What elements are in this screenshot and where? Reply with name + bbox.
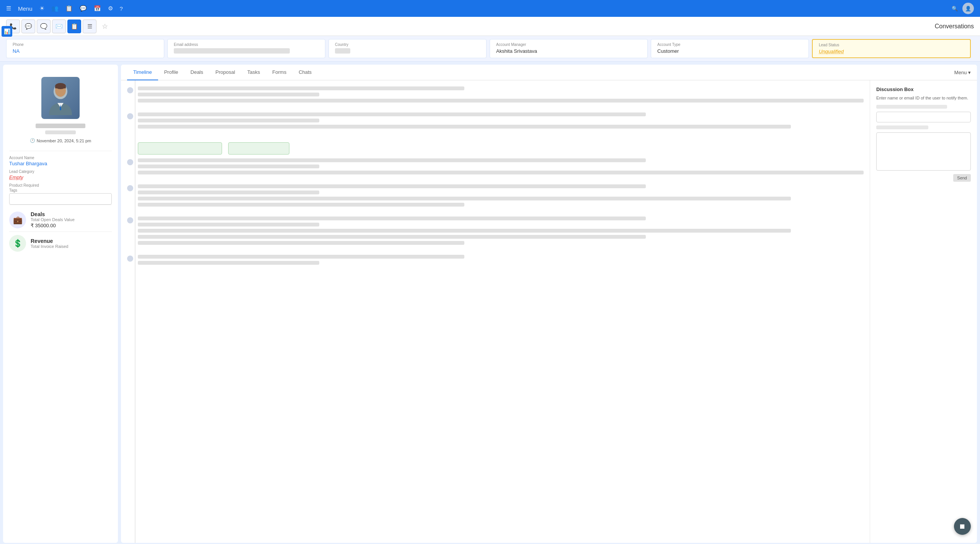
- tab-profile[interactable]: Profile: [158, 65, 185, 80]
- nav-left: ☰ Menu ☀ 👥 📋 💬 📅 ⚙ ?: [6, 5, 123, 12]
- discussion-title: Discussion Box: [876, 86, 971, 92]
- discussion-name-input[interactable]: [876, 112, 971, 122]
- account-name-field: Account Name Tushar Bhargava: [9, 156, 112, 166]
- phone-label: Phone: [13, 42, 158, 47]
- toolbar-whatsapp-btn[interactable]: 💬: [21, 20, 35, 33]
- tab-proposal[interactable]: Proposal: [209, 65, 241, 80]
- skel: [138, 125, 791, 129]
- deals-section: 💼 Deals Total Open Deals Value ₹ 35000.0…: [9, 205, 112, 231]
- discussion-panel: Discussion Box Enter name or email ID of…: [870, 80, 977, 543]
- account-manager-label: Account Manager: [496, 42, 641, 47]
- calendar-icon[interactable]: 📅: [94, 5, 101, 12]
- timeline-entry-6: [127, 255, 864, 267]
- country-flag: [335, 48, 350, 54]
- discuss-footer: Send: [876, 174, 971, 182]
- account-name-label: Account Name: [9, 156, 112, 160]
- sidebar-crm-icon[interactable]: 📊: [2, 26, 12, 37]
- skel-gap: [138, 99, 864, 103]
- email-card: Email address: [167, 39, 325, 58]
- settings-icon[interactable]: ⚙: [108, 5, 113, 12]
- timeline-body-4: [138, 184, 864, 209]
- timeline-dot-1: [127, 87, 133, 93]
- tab-tasks[interactable]: Tasks: [241, 65, 266, 80]
- menu-label: Menu: [18, 5, 33, 12]
- skel-gap: [138, 171, 864, 174]
- timeline-entry-5: [127, 217, 864, 247]
- skel: [138, 119, 319, 122]
- skel: [138, 86, 464, 90]
- account-manager-value: Akshita Srivastava: [496, 48, 641, 54]
- timeline-line: [135, 80, 136, 543]
- skel: [138, 158, 646, 162]
- search-icon[interactable]: 🔍: [952, 6, 958, 11]
- contact-avatar: [41, 77, 80, 119]
- tabs-list: Timeline Profile Deals Proposal Tasks Fo…: [127, 65, 318, 80]
- account-type-value: Customer: [657, 48, 802, 54]
- skel: [138, 261, 319, 265]
- deals-title: Deals: [31, 211, 112, 217]
- nav-right: 🔍 👤: [952, 3, 974, 14]
- toolbar-star-btn[interactable]: ☆: [98, 20, 112, 33]
- contacts-icon[interactable]: 👥: [51, 5, 59, 12]
- chat-icon[interactable]: 💬: [80, 5, 87, 12]
- green-inputs-row: [127, 138, 864, 158]
- skel: [138, 223, 319, 226]
- discussion-message-textarea[interactable]: [876, 132, 971, 171]
- discuss-sub-skel: [876, 125, 928, 129]
- avatar-section: 🕐 November 20, 2024, 5:21 pm: [9, 71, 112, 146]
- skel: [138, 255, 464, 259]
- lead-status-value[interactable]: Unqualified: [819, 49, 964, 54]
- revenue-icon: 💲: [9, 235, 26, 252]
- account-type-card: Account Type Customer: [651, 39, 809, 58]
- toolbar-list-btn[interactable]: ☰: [83, 20, 96, 33]
- tab-forms[interactable]: Forms: [266, 65, 292, 80]
- tags-field: Tags: [9, 188, 112, 205]
- tab-deals[interactable]: Deals: [185, 65, 209, 80]
- skel-gap: [138, 125, 864, 129]
- fab-button[interactable]: ⏹: [954, 518, 971, 535]
- timeline-dot-4: [127, 185, 133, 191]
- tab-chats[interactable]: Chats: [292, 65, 318, 80]
- toolbar-sms-btn[interactable]: 🗨️: [37, 20, 51, 33]
- contact-timestamp: 🕐 November 20, 2024, 5:21 pm: [30, 138, 91, 143]
- timeline-entry-2: [127, 112, 864, 131]
- tags-input[interactable]: [9, 193, 112, 205]
- timeline-dot-3: [127, 159, 133, 165]
- skel: [138, 93, 319, 96]
- account-name-value[interactable]: Tushar Bhargava: [9, 161, 112, 166]
- main-layout: 🕐 November 20, 2024, 5:21 pm Account Nam…: [0, 62, 980, 544]
- toolbar: 📞 💬 🗨️ ✉️ 📋 ☰ ☆ Conversations: [0, 17, 980, 36]
- phone-value[interactable]: NA: [13, 48, 158, 54]
- help-icon[interactable]: ?: [120, 5, 123, 12]
- timeline-body-3: [138, 158, 864, 177]
- discussion-hint: Enter name or email ID of the user to no…: [876, 95, 971, 101]
- revenue-subtitle: Total Invoice Raised: [31, 244, 112, 249]
- phone-card: Phone NA: [6, 39, 164, 58]
- country-label: Country: [335, 42, 480, 47]
- timeline-body-2: [138, 112, 864, 131]
- discuss-name-skel: [876, 105, 947, 109]
- timeline-dot-6: [127, 256, 133, 262]
- skel-gap: [138, 197, 864, 207]
- toolbar-contact-btn[interactable]: 📋: [67, 20, 81, 33]
- timeline-main: [121, 80, 870, 543]
- user-avatar[interactable]: 👤: [962, 3, 974, 14]
- hamburger-icon[interactable]: ☰: [6, 5, 11, 12]
- content-menu-dropdown[interactable]: Menu ▾: [954, 70, 971, 75]
- timeline-body-6: [138, 255, 864, 267]
- skel: [138, 217, 646, 220]
- lead-category-value[interactable]: Empty: [9, 174, 112, 180]
- tab-timeline[interactable]: Timeline: [127, 65, 158, 80]
- lead-category-label: Lead Category: [9, 169, 112, 174]
- contact-sub-skeleton: [45, 130, 76, 134]
- green-input-2[interactable]: [228, 142, 289, 155]
- revenue-title: Revenue: [31, 238, 112, 244]
- skel: [138, 165, 319, 168]
- brightness-icon[interactable]: ☀: [39, 5, 44, 12]
- green-input-1[interactable]: [138, 142, 222, 155]
- discussion-send-button[interactable]: Send: [953, 174, 971, 182]
- notes-icon[interactable]: 📋: [65, 5, 73, 12]
- tags-label: Tags: [9, 188, 112, 192]
- tabs-bar: Timeline Profile Deals Proposal Tasks Fo…: [121, 65, 977, 80]
- toolbar-email-btn[interactable]: ✉️: [52, 20, 66, 33]
